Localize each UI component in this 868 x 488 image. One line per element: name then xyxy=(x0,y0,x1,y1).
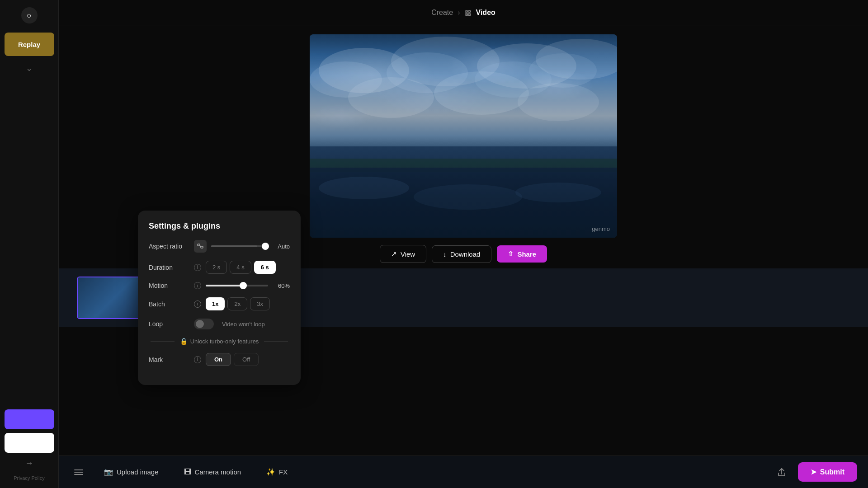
sidebar-bottom: → Privacy Policy xyxy=(5,409,54,481)
replay-button[interactable]: Replay xyxy=(5,33,54,56)
video-actions: ↗ View ↓ Download ⇧ Share xyxy=(380,245,547,263)
aspect-ratio-icon[interactable] xyxy=(194,240,207,253)
main-content: Create › ▩ Video xyxy=(59,0,868,488)
mark-row: Mark i On Off xyxy=(149,353,290,366)
duration-label: Duration xyxy=(149,264,189,271)
upload-icon: 📷 xyxy=(104,468,113,476)
aspect-ratio-row: Aspect ratio Auto xyxy=(149,240,290,253)
exit-icon[interactable]: → xyxy=(23,456,36,470)
camera-motion-button[interactable]: 🎞 Camera motion xyxy=(175,464,250,481)
unlock-divider-right xyxy=(264,341,288,342)
motion-slider[interactable] xyxy=(206,285,268,286)
download-button[interactable]: ↓ Download xyxy=(432,245,491,263)
settings-title: Settings & plugins xyxy=(149,221,290,231)
unlock-divider-left xyxy=(151,341,175,342)
settings-panel: Settings & plugins Aspect ratio Auto xyxy=(138,211,301,385)
svg-point-13 xyxy=(319,177,409,199)
batch-row: Batch i 1x 2x 3x xyxy=(149,297,290,310)
svg-point-15 xyxy=(515,183,601,202)
loop-description: Video won't loop xyxy=(222,321,265,328)
aspect-ratio-label: Aspect ratio xyxy=(149,243,189,250)
unlock-features-link[interactable]: 🔒 Unlock turbo-only features xyxy=(175,338,264,345)
mark-info-icon[interactable]: i xyxy=(194,356,201,363)
settings-icon[interactable] xyxy=(70,463,88,481)
motion-value: 60% xyxy=(273,282,290,289)
duration-row: Duration i 2 s 4 s 6 s xyxy=(149,261,290,274)
download-icon: ↓ xyxy=(443,250,447,258)
motion-info-icon[interactable]: i xyxy=(194,282,201,289)
loop-row: Loop Video won't loop xyxy=(149,319,290,329)
batch-label: Batch xyxy=(149,300,189,308)
breadcrumb-separator: › xyxy=(458,9,460,17)
submit-button[interactable]: ➤ Submit xyxy=(798,462,857,482)
video-watermark: genmo xyxy=(592,225,610,232)
duration-info-icon[interactable]: i xyxy=(194,264,201,271)
motion-label: Motion xyxy=(149,282,189,289)
svg-rect-17 xyxy=(201,246,203,248)
mark-on-button[interactable]: On xyxy=(206,353,231,366)
toolbar-share-icon[interactable] xyxy=(773,463,791,481)
unlock-row: 🔒 Unlock turbo-only features xyxy=(149,338,290,345)
svg-rect-16 xyxy=(198,244,200,246)
duration-2s-button[interactable]: 2 s xyxy=(206,261,227,274)
batch-info-icon[interactable]: i xyxy=(194,300,201,308)
breadcrumb: Create › ▩ Video xyxy=(431,8,495,17)
video-image xyxy=(310,34,617,238)
camera-icon: 🎞 xyxy=(184,468,191,476)
sidebar: ○ Replay ⌄ → Privacy Policy xyxy=(0,0,59,488)
batch-2x-button[interactable]: 2x xyxy=(227,297,247,310)
loop-toggle[interactable] xyxy=(194,319,214,329)
view-button[interactable]: ↗ View xyxy=(380,245,426,263)
sidebar-white-button[interactable] xyxy=(5,433,54,453)
loop-label: Loop xyxy=(149,320,189,328)
svg-point-10 xyxy=(518,83,599,121)
breadcrumb-create[interactable]: Create xyxy=(431,9,453,17)
mark-label: Mark xyxy=(149,356,189,363)
mark-options: On Off xyxy=(206,353,259,366)
duration-4s-button[interactable]: 4 s xyxy=(230,261,251,274)
motion-row: Motion i 60% xyxy=(149,282,290,289)
share-button[interactable]: ⇧ Share xyxy=(497,245,547,263)
fx-icon: ✨ xyxy=(266,468,275,476)
batch-1x-button[interactable]: 1x xyxy=(206,297,225,310)
svg-line-18 xyxy=(200,245,201,247)
duration-6s-button[interactable]: 6 s xyxy=(254,261,276,274)
duration-options: 2 s 4 s 6 s xyxy=(206,261,276,274)
unlock-icon: 🔒 xyxy=(180,338,188,345)
app-logo: ○ xyxy=(21,7,38,23)
submit-icon: ➤ xyxy=(811,468,816,476)
privacy-policy-link[interactable]: Privacy Policy xyxy=(10,475,48,481)
breadcrumb-video: Video xyxy=(476,9,495,17)
view-icon: ↗ xyxy=(391,250,397,258)
upload-image-button[interactable]: 📷 Upload image xyxy=(95,463,168,481)
svg-point-8 xyxy=(348,77,434,118)
svg-point-7 xyxy=(529,53,597,88)
sidebar-purple-button[interactable] xyxy=(5,409,54,429)
sidebar-chevron-icon[interactable]: ⌄ xyxy=(23,61,36,75)
svg-point-9 xyxy=(434,71,529,115)
svg-point-14 xyxy=(414,184,522,210)
video-icon: ▩ xyxy=(465,8,472,17)
content-area: genmo ↗ View ↓ Download ⇧ Share xyxy=(59,25,868,488)
share-icon: ⇧ xyxy=(508,250,514,258)
batch-3x-button[interactable]: 3x xyxy=(250,297,270,310)
bottom-toolbar: 📷 Upload image 🎞 Camera motion ✨ FX xyxy=(59,455,868,488)
batch-options: 1x 2x 3x xyxy=(206,297,270,310)
aspect-ratio-slider[interactable] xyxy=(211,245,269,247)
fx-button[interactable]: ✨ FX xyxy=(257,463,297,481)
header: Create › ▩ Video xyxy=(59,0,868,25)
video-preview: genmo xyxy=(310,34,617,238)
mark-off-button[interactable]: Off xyxy=(234,353,259,366)
aspect-ratio-value: Auto xyxy=(274,243,290,250)
